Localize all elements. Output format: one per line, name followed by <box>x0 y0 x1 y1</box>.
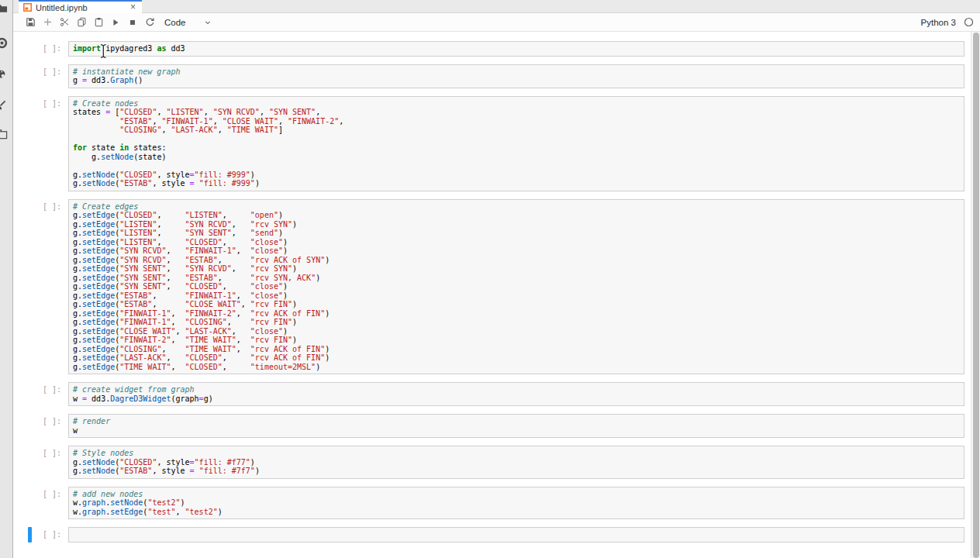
selected-cell-indicator <box>28 527 32 542</box>
cell-type-dropdown[interactable]: Code <box>164 18 212 27</box>
cell-code: # instantiate new graph g = dd3.Graph() <box>73 67 960 85</box>
toolbar-buttons <box>22 15 158 30</box>
sidebar-item-open-tabs[interactable] <box>0 129 9 141</box>
cell-prompt: [ ]: <box>13 64 68 88</box>
cell-input[interactable] <box>68 527 964 542</box>
save-icon <box>26 17 36 27</box>
cell-prompt: [ ]: <box>13 41 68 57</box>
stop-circle-icon <box>0 37 9 49</box>
cut-icon <box>60 17 70 27</box>
cell-code: # Create nodes states = ["CLOSED", "LIST… <box>73 99 960 188</box>
cell-input[interactable]: # render w <box>68 414 964 438</box>
cell-prompt: [ ]: <box>13 446 68 479</box>
scrollbar[interactable] <box>971 32 980 558</box>
code-cell[interactable]: [ ]: <box>13 527 980 542</box>
restart-icon <box>145 17 155 27</box>
paste-icon <box>94 17 104 27</box>
cell-code: # Create edges g.setEdge("CLOSED", "LIST… <box>73 202 960 372</box>
cell-code: # Style nodes g.setNode("CLOSED", style=… <box>73 449 960 476</box>
restart-button[interactable] <box>141 15 158 30</box>
activity-sidebar <box>0 0 13 558</box>
tab-bar: Untitled.ipynb × <box>13 0 980 13</box>
code-cell[interactable]: [ ]:# Style nodes g.setNode("CLOSED", st… <box>13 446 980 479</box>
cell-type-value: Code <box>164 18 186 27</box>
cut-button[interactable] <box>56 15 73 30</box>
notebook-content: [ ]:import ipydagred3 as dd3[ ]:# instan… <box>13 32 980 558</box>
cell-input[interactable]: # instantiate new graph g = dd3.Graph() <box>68 64 964 88</box>
cell-input[interactable]: # add new nodes w.graph.setNode("test2")… <box>68 487 964 520</box>
stop-icon <box>128 18 137 27</box>
cell-input[interactable]: import ipydagred3 as dd3 <box>68 41 964 57</box>
code-cell[interactable]: [ ]:# Create edges g.setEdge("CLOSED", "… <box>13 199 980 375</box>
copy-icon <box>77 17 87 27</box>
folder-icon <box>0 2 9 14</box>
cell-list: [ ]:import ipydagred3 as dd3[ ]:# instan… <box>13 32 980 542</box>
code-cell[interactable]: [ ]:import ipydagred3 as dd3 <box>13 41 980 57</box>
cell-code: # create widget from graph w = dd3.Dagre… <box>73 385 960 403</box>
code-cell[interactable]: [ ]:# create widget from graph w = dd3.D… <box>13 382 980 406</box>
wrench-icon <box>0 99 9 110</box>
cell-input[interactable]: # Create edges g.setEdge("CLOSED", "LIST… <box>68 199 964 375</box>
copy-button[interactable] <box>73 15 90 30</box>
paste-button[interactable] <box>90 15 107 30</box>
cell-prompt: [ ]: <box>13 487 68 520</box>
sidebar-item-property-inspector[interactable] <box>0 99 9 112</box>
cell-input[interactable]: # Create nodes states = ["CLOSED", "LIST… <box>68 96 964 191</box>
sidebar-item-running-sessions[interactable] <box>0 37 9 50</box>
scrollbar-thumb[interactable] <box>973 33 979 558</box>
cell-prompt: [ ]: <box>13 527 68 542</box>
cell-input[interactable]: # Style nodes g.setNode("CLOSED", style=… <box>68 446 964 479</box>
add-button[interactable] <box>39 15 56 30</box>
cell-code: # add new nodes w.graph.setNode("test2")… <box>73 490 960 517</box>
notebook-icon <box>23 3 32 12</box>
chevron-down-icon <box>203 18 212 27</box>
sidebar-item-command-palette[interactable] <box>0 69 9 81</box>
run-button[interactable] <box>107 15 124 30</box>
run-icon <box>111 18 120 27</box>
code-cell[interactable]: [ ]:# render w <box>13 414 980 438</box>
kernel-status-icon[interactable] <box>964 17 974 27</box>
kernel-name[interactable]: Python 3 <box>921 18 956 27</box>
add-icon <box>43 17 53 27</box>
cell-code: import ipydagred3 as dd3 <box>73 44 960 53</box>
close-icon[interactable]: × <box>129 3 137 12</box>
code-cell[interactable]: [ ]:# Create nodes states = ["CLOSED", "… <box>13 96 980 191</box>
tabs-icon <box>0 129 9 140</box>
sidebar-item-file-browser[interactable] <box>0 2 9 15</box>
cell-input[interactable]: # create widget from graph w = dd3.Dagre… <box>68 382 964 406</box>
save-button[interactable] <box>22 15 39 30</box>
cell-prompt: [ ]: <box>13 199 68 375</box>
code-cell[interactable]: [ ]:# add new nodes w.graph.setNode("tes… <box>13 487 980 520</box>
code-cell[interactable]: [ ]:# instantiate new graph g = dd3.Grap… <box>13 64 980 88</box>
cell-prompt: [ ]: <box>13 96 68 191</box>
cell-code: # render w <box>73 417 960 435</box>
stop-button[interactable] <box>124 15 141 30</box>
tab-untitled-notebook[interactable]: Untitled.ipynb × <box>19 0 142 13</box>
notebook-toolbar: Code Python 3 <box>13 13 980 32</box>
cell-prompt: [ ]: <box>13 414 68 438</box>
tab-title: Untitled.ipynb <box>36 3 125 12</box>
palette-icon <box>0 69 9 79</box>
cell-prompt: [ ]: <box>13 382 68 406</box>
